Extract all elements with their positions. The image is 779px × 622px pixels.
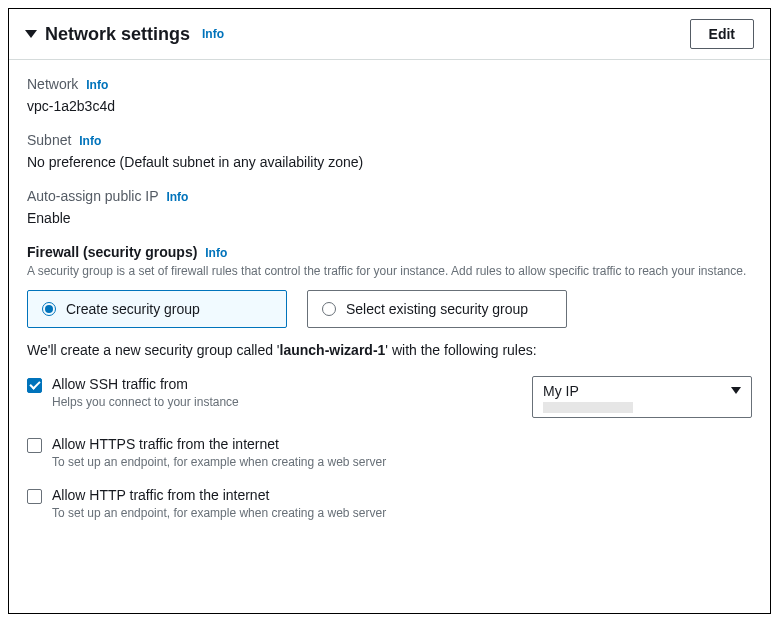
radio-select-sg[interactable]: Select existing security group [307,290,567,328]
sg-desc-suffix: ' with the following rules: [385,342,536,358]
radio-create-sg-label: Create security group [66,301,200,317]
firewall-hint: A security group is a set of firewall ru… [27,263,752,280]
info-link-firewall[interactable]: Info [205,246,227,260]
rule-ssh: Allow SSH traffic from Helps you connect… [27,376,752,418]
autoip-value: Enable [27,210,752,226]
field-firewall: Firewall (security groups) Info A securi… [27,244,752,520]
subnet-value: No preference (Default subnet in any ava… [27,154,752,170]
rule-http: Allow HTTP traffic from the internet To … [27,487,752,520]
info-link-header[interactable]: Info [202,27,224,41]
rule-http-hint: To set up an endpoint, for example when … [52,506,752,520]
ssh-source-select-wrap: My IP [532,376,752,418]
panel-header: Network settings Info Edit [9,9,770,60]
field-autoip: Auto-assign public IP Info Enable [27,188,752,226]
sg-desc-prefix: We'll create a new security group called… [27,342,280,358]
network-label: Network [27,76,78,92]
ssh-select-value: My IP [543,383,579,399]
caret-down-icon[interactable] [25,30,37,38]
ssh-source-select[interactable]: My IP [532,376,752,418]
radio-select-sg-label: Select existing security group [346,301,528,317]
info-link-network[interactable]: Info [86,78,108,92]
field-network: Network Info vpc-1a2b3c4d [27,76,752,114]
network-settings-panel: Network settings Info Edit Network Info … [8,8,771,614]
select-main: My IP [543,383,741,399]
rule-https-hint: To set up an endpoint, for example when … [52,455,752,469]
checkbox-ssh[interactable] [27,378,42,393]
info-link-subnet[interactable]: Info [79,134,101,148]
rule-ssh-text: Allow SSH traffic from Helps you connect… [52,376,432,409]
rule-ssh-label: Allow SSH traffic from [52,376,432,392]
subnet-label: Subnet [27,132,71,148]
chevron-down-icon [731,387,741,394]
sg-radio-row: Create security group Select existing se… [27,290,752,328]
radio-dot-icon [322,302,336,316]
rule-https: Allow HTTPS traffic from the internet To… [27,436,752,469]
checkbox-http[interactable] [27,489,42,504]
sg-description: We'll create a new security group called… [27,342,752,358]
network-value: vpc-1a2b3c4d [27,98,752,114]
radio-create-sg[interactable]: Create security group [27,290,287,328]
rule-ssh-hint: Helps you connect to your instance [52,395,432,409]
rule-http-text: Allow HTTP traffic from the internet To … [52,487,752,520]
field-subnet: Subnet Info No preference (Default subne… [27,132,752,170]
rule-https-label: Allow HTTPS traffic from the internet [52,436,752,452]
rule-http-label: Allow HTTP traffic from the internet [52,487,752,503]
autoip-label: Auto-assign public IP [27,188,159,204]
info-link-autoip[interactable]: Info [166,190,188,204]
sg-desc-name: launch-wizard-1 [280,342,386,358]
firewall-label: Firewall (security groups) [27,244,197,260]
ssh-ip-placeholder [543,402,633,413]
checkbox-https[interactable] [27,438,42,453]
edit-button[interactable]: Edit [690,19,754,49]
rule-https-text: Allow HTTPS traffic from the internet To… [52,436,752,469]
panel-header-left: Network settings Info [25,24,224,45]
radio-dot-icon [42,302,56,316]
panel-title: Network settings [45,24,190,45]
panel-body: Network Info vpc-1a2b3c4d Subnet Info No… [9,60,770,554]
